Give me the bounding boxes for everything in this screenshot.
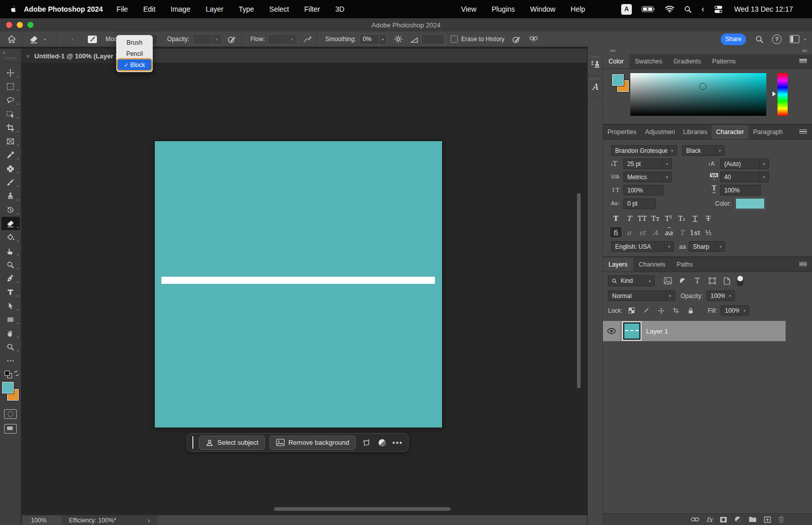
menu-type[interactable]: Type bbox=[231, 5, 261, 13]
mode-option-pencil[interactable]: Pencil bbox=[118, 48, 151, 59]
discretionary-ligatures-button[interactable]: st bbox=[636, 227, 648, 238]
tab-close-icon[interactable]: × bbox=[26, 52, 30, 60]
panel-foreground-swatch[interactable] bbox=[612, 74, 624, 86]
workspace-switcher-button[interactable] bbox=[790, 35, 809, 43]
toolbar-collapse-icon[interactable]: » bbox=[3, 50, 21, 55]
new-group-button[interactable] bbox=[749, 516, 757, 522]
tool-smudge[interactable] bbox=[2, 244, 20, 257]
apple-logo-icon[interactable] bbox=[9, 5, 17, 14]
filter-image-icon[interactable] bbox=[662, 276, 673, 285]
wifi-icon[interactable] bbox=[665, 6, 674, 13]
lock-artboard-icon[interactable] bbox=[670, 306, 682, 315]
vertical-scrollbar[interactable] bbox=[577, 193, 581, 388]
eraser-tool-preset[interactable] bbox=[29, 35, 49, 44]
language-dropdown[interactable]: English: USA bbox=[611, 241, 674, 252]
mode-option-block[interactable]: Block bbox=[118, 59, 151, 70]
tool-edit-toolbar[interactable] bbox=[2, 354, 20, 367]
adjustment-button[interactable] bbox=[377, 436, 388, 449]
tab-channels[interactable]: Channels bbox=[633, 257, 671, 272]
horizontal-scale-field[interactable]: 100% bbox=[720, 185, 761, 195]
filter-type-icon[interactable]: T bbox=[692, 276, 703, 285]
filter-adjustment-icon[interactable] bbox=[677, 276, 688, 285]
default-colors-widget[interactable] bbox=[2, 371, 20, 378]
brush-settings-panel-button[interactable] bbox=[87, 35, 97, 44]
tool-type[interactable] bbox=[2, 285, 20, 299]
remove-background-button[interactable]: Remove background bbox=[269, 436, 356, 450]
tab-layers[interactable]: Layers bbox=[603, 257, 633, 272]
pressure-opacity-icon[interactable] bbox=[227, 35, 236, 44]
filter-shape-icon[interactable] bbox=[706, 276, 718, 285]
link-layers-button[interactable] bbox=[691, 517, 699, 522]
tool-frame[interactable] bbox=[2, 135, 20, 148]
tool-rectangular-marquee[interactable] bbox=[2, 80, 20, 93]
tool-history-brush[interactable] bbox=[2, 203, 20, 216]
character-panel-menu-icon[interactable] bbox=[799, 129, 807, 135]
vertical-scale-field[interactable]: 100% bbox=[623, 185, 664, 195]
tool-eraser[interactable] bbox=[2, 217, 20, 230]
tab-character[interactable]: Character bbox=[712, 125, 749, 139]
quick-mask-button[interactable] bbox=[4, 409, 17, 419]
layer-style-fx-button[interactable]: fx bbox=[706, 516, 713, 523]
transform-button[interactable] bbox=[360, 436, 372, 449]
screen-mode-button[interactable] bbox=[4, 424, 17, 434]
tool-healing-brush[interactable] bbox=[2, 162, 20, 175]
menu-help[interactable]: Help bbox=[563, 5, 593, 13]
menu-filter[interactable]: Filter bbox=[297, 5, 328, 13]
lock-all-icon[interactable] bbox=[685, 306, 696, 315]
help-icon[interactable]: ? bbox=[772, 35, 782, 44]
brush-size-picker-chevron-icon[interactable] bbox=[69, 31, 76, 47]
add-layer-mask-button[interactable] bbox=[720, 516, 727, 523]
tab-swatches[interactable]: Swatches bbox=[629, 54, 668, 69]
menubar-app-name[interactable]: Adobe Photoshop 2024 bbox=[24, 5, 103, 13]
layer-row-selected[interactable]: Layer 1 bbox=[603, 321, 786, 341]
taskbar-more-button[interactable]: ••• bbox=[392, 439, 403, 447]
pressure-size-icon[interactable] bbox=[512, 35, 521, 44]
subscript-button[interactable]: T₁ bbox=[676, 213, 688, 223]
leading-dropdown[interactable]: (Auto) bbox=[720, 158, 769, 169]
filter-toggle-switch[interactable] bbox=[737, 275, 743, 286]
glyphs-panel-button[interactable]: A bbox=[588, 76, 602, 98]
lock-image-pixels-icon[interactable] bbox=[641, 306, 652, 315]
strikethrough-button[interactable]: T bbox=[702, 213, 714, 223]
new-layer-button[interactable] bbox=[764, 516, 771, 523]
layer-filter-dropdown[interactable]: Kind bbox=[608, 275, 655, 286]
clone-source-panel-button[interactable] bbox=[588, 54, 602, 76]
underline-button[interactable]: T bbox=[689, 213, 701, 223]
layer-visibility-cell[interactable] bbox=[603, 321, 621, 341]
baseline-shift-field[interactable]: 0 pt bbox=[623, 199, 656, 209]
text-color-swatch[interactable] bbox=[735, 198, 765, 209]
layer-opacity-dropdown[interactable]: 100% bbox=[706, 290, 735, 301]
font-size-dropdown[interactable]: 25 pt bbox=[623, 158, 672, 169]
titling-alternates-button[interactable]: T bbox=[676, 227, 688, 238]
menu-view[interactable]: View bbox=[454, 5, 484, 13]
all-caps-button[interactable]: TT bbox=[636, 213, 648, 223]
color-panel-menu-icon[interactable] bbox=[799, 59, 807, 64]
contextual-alternates-button[interactable]: σ bbox=[623, 227, 635, 238]
hue-slider[interactable] bbox=[777, 73, 788, 116]
superscript-button[interactable]: T¹ bbox=[663, 213, 674, 223]
taskbar-drag-handle[interactable] bbox=[192, 436, 193, 449]
erase-to-history-checkbox[interactable] bbox=[451, 36, 458, 43]
menubar-clock[interactable]: Wed 13 Dec 12:17 bbox=[734, 5, 793, 13]
font-style-dropdown[interactable]: Black bbox=[682, 145, 725, 156]
layer-thumbnail[interactable] bbox=[623, 322, 640, 340]
tool-crop[interactable] bbox=[2, 121, 20, 134]
share-button[interactable]: Share bbox=[721, 34, 746, 45]
smoothing-options-gear-icon[interactable] bbox=[394, 35, 403, 44]
tool-zoom[interactable] bbox=[2, 340, 20, 353]
swash-button[interactable]: aa bbox=[663, 227, 674, 238]
tool-rectangle[interactable] bbox=[2, 313, 20, 326]
tab-adjustments[interactable]: Adjustmen bbox=[641, 125, 679, 139]
faux-italic-button[interactable]: T bbox=[623, 213, 635, 223]
menu-plugins[interactable]: Plugins bbox=[484, 5, 523, 13]
hue-slider-arrow-icon[interactable] bbox=[772, 91, 776, 96]
font-family-dropdown[interactable]: Brandon Grotesque bbox=[611, 145, 677, 156]
anti-alias-dropdown[interactable]: Sharp bbox=[689, 241, 725, 252]
menu-file[interactable]: File bbox=[109, 5, 136, 13]
home-button[interactable] bbox=[7, 35, 16, 44]
add-adjustment-layer-button[interactable] bbox=[734, 516, 741, 523]
tab-paths[interactable]: Paths bbox=[671, 257, 698, 272]
mode-option-brush[interactable]: Brush bbox=[118, 37, 151, 48]
paint-symmetry-butterfly-icon[interactable] bbox=[528, 35, 539, 44]
toolbar-grip[interactable] bbox=[5, 57, 16, 59]
